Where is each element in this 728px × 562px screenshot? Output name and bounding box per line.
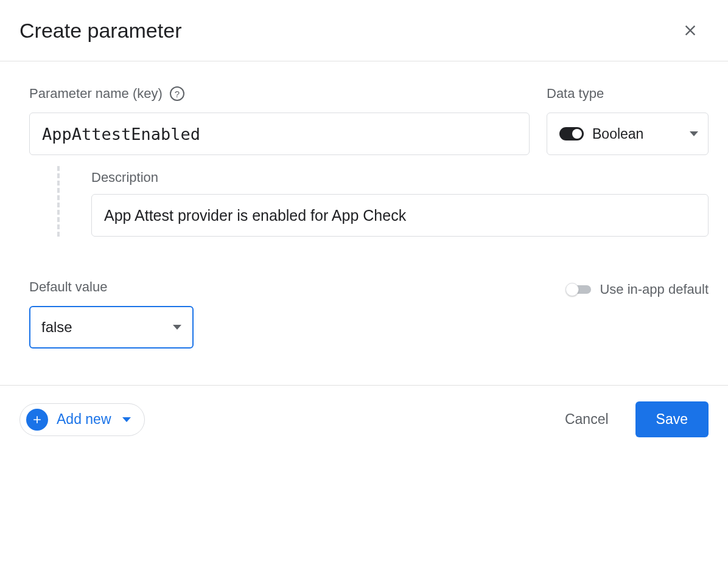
help-icon[interactable]: ?: [170, 86, 184, 101]
parameter-name-label-text: Parameter name (key): [29, 86, 163, 102]
tree-connector: [29, 166, 91, 237]
plus-icon: [26, 409, 48, 431]
use-inapp-default-group: Use in-app default: [565, 282, 709, 297]
dialog-footer: Add new Cancel Save: [0, 385, 728, 453]
boolean-type-icon: [559, 127, 584, 140]
dialog-body: Parameter name (key) ? Data type Boolean…: [0, 61, 728, 385]
default-value-select[interactable]: false: [29, 306, 194, 349]
footer-actions: Cancel Save: [555, 401, 709, 437]
description-label: Description: [91, 170, 709, 186]
default-value-row: Default value false Use in-app default: [29, 279, 709, 349]
chevron-down-icon: [690, 131, 698, 136]
use-inapp-default-toggle[interactable]: [565, 283, 591, 296]
parameter-name-input[interactable]: [29, 113, 530, 155]
default-value-field-group: Default value false: [29, 279, 194, 349]
add-new-button[interactable]: Add new: [19, 403, 145, 436]
data-type-selected-value: Boolean: [592, 126, 681, 142]
description-block: Description: [29, 166, 709, 237]
close-icon: [682, 22, 699, 39]
chevron-down-icon: [173, 325, 181, 330]
default-value-selected: false: [41, 319, 173, 336]
create-parameter-dialog: Create parameter Parameter name (key) ? …: [0, 0, 728, 453]
add-new-label: Add new: [57, 411, 111, 428]
parameter-name-label: Parameter name (key) ?: [29, 86, 530, 102]
use-inapp-default-label: Use in-app default: [600, 282, 709, 297]
dialog-header: Create parameter: [0, 0, 728, 61]
cancel-button[interactable]: Cancel: [555, 405, 618, 434]
default-value-label: Default value: [29, 279, 194, 295]
chevron-down-icon: [122, 417, 131, 422]
data-type-select[interactable]: Boolean: [547, 113, 709, 155]
description-field-group: Description: [91, 166, 709, 237]
close-button[interactable]: [677, 17, 704, 44]
data-type-label: Data type: [547, 86, 709, 102]
save-button[interactable]: Save: [635, 401, 709, 437]
data-type-field-group: Data type Boolean: [547, 86, 709, 155]
name-type-row: Parameter name (key) ? Data type Boolean: [29, 86, 709, 155]
parameter-name-field-group: Parameter name (key) ?: [29, 86, 530, 155]
dialog-title: Create parameter: [19, 19, 181, 43]
description-input[interactable]: [91, 194, 709, 237]
